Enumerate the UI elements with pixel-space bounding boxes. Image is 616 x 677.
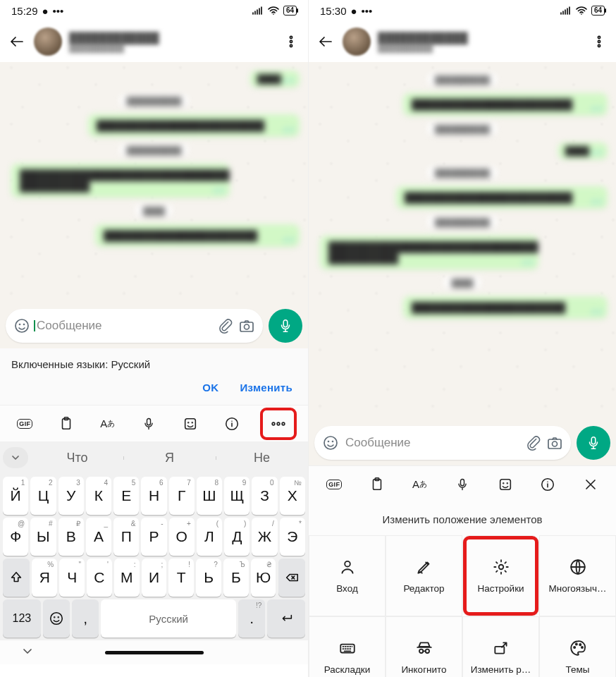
option-editor[interactable]: Редактор bbox=[386, 535, 462, 616]
message-input[interactable]: Сообщение bbox=[6, 309, 263, 343]
message-input[interactable]: Сообщение bbox=[314, 426, 571, 460]
svg-rect-8 bbox=[283, 320, 288, 327]
key-И[interactable]: И; bbox=[142, 559, 167, 597]
suggestion-2[interactable]: Я bbox=[123, 451, 216, 465]
mic-button[interactable] bbox=[577, 426, 610, 460]
avatar[interactable] bbox=[34, 28, 62, 56]
chat-body[interactable]: ████✓✓ ██████████ ██████████████████████… bbox=[0, 62, 308, 303]
key-Л[interactable]: Л( bbox=[197, 518, 222, 556]
key-О[interactable]: О+ bbox=[169, 518, 195, 556]
emoji-icon[interactable] bbox=[11, 315, 32, 336]
key-row-1: Й1Ц2У3К4Е5Н6Г7Ш8Щ9З0Х№ bbox=[1, 475, 307, 516]
home-indicator[interactable] bbox=[105, 651, 204, 654]
close-icon[interactable] bbox=[577, 471, 604, 498]
key-Е[interactable]: Е5 bbox=[113, 477, 139, 515]
back-icon[interactable] bbox=[316, 33, 335, 50]
sticker-icon[interactable] bbox=[492, 471, 519, 498]
enter-key[interactable] bbox=[267, 599, 305, 638]
info-icon[interactable] bbox=[534, 471, 561, 498]
gif-icon[interactable]: GIF bbox=[321, 471, 347, 498]
period-key[interactable]: .!? bbox=[238, 599, 265, 638]
key-Р[interactable]: Р- bbox=[141, 518, 166, 556]
key-Ж[interactable]: Ж/ bbox=[252, 518, 277, 556]
attach-icon[interactable] bbox=[523, 432, 544, 453]
chat-info[interactable]: ████████████ ██████████ bbox=[69, 32, 274, 52]
more-icon[interactable] bbox=[281, 35, 301, 49]
option-input[interactable]: Вход bbox=[309, 535, 386, 616]
key-З[interactable]: З0 bbox=[252, 477, 277, 515]
gif-icon[interactable]: GIF bbox=[11, 410, 38, 437]
emoji-icon[interactable] bbox=[320, 432, 341, 453]
key-Д[interactable]: Д) bbox=[224, 518, 250, 556]
key-Ы[interactable]: Ы# bbox=[30, 518, 56, 556]
key-Т[interactable]: Т! bbox=[168, 559, 194, 597]
option-layouts[interactable]: Раскладки bbox=[309, 616, 386, 677]
emoji-key[interactable] bbox=[43, 599, 70, 638]
key-А[interactable]: А_ bbox=[86, 518, 111, 556]
chat-info[interactable]: ████████████ ██████████ bbox=[378, 32, 582, 52]
shift-key[interactable] bbox=[3, 559, 30, 597]
backspace-key[interactable] bbox=[278, 559, 305, 597]
key-Щ[interactable]: Щ9 bbox=[224, 477, 250, 515]
voice-icon[interactable] bbox=[135, 410, 162, 437]
voice-icon[interactable] bbox=[449, 471, 476, 498]
key-Я[interactable]: Я% bbox=[32, 559, 57, 597]
key-Э[interactable]: Э* bbox=[280, 518, 305, 556]
suggestion-collapse-icon[interactable] bbox=[3, 447, 28, 468]
options-grid: Вход Редактор Настройки Многоязыч… Раскл… bbox=[309, 535, 616, 677]
key-Г[interactable]: Г7 bbox=[169, 477, 195, 515]
clipboard-icon[interactable] bbox=[53, 410, 80, 437]
svg-point-4 bbox=[20, 324, 20, 325]
key-Ю[interactable]: Ю₴ bbox=[251, 559, 276, 597]
option-settings[interactable]: Настройки bbox=[462, 535, 539, 616]
svg-point-13 bbox=[188, 422, 189, 422]
sticker-icon[interactable] bbox=[177, 410, 204, 437]
key-П[interactable]: П& bbox=[113, 518, 139, 556]
nav-bar bbox=[0, 640, 308, 664]
key-Ь[interactable]: Ь? bbox=[196, 559, 221, 597]
suggestion-1[interactable]: Что bbox=[31, 451, 123, 465]
key-М[interactable]: М: bbox=[114, 559, 140, 597]
clipboard-icon[interactable] bbox=[364, 471, 390, 498]
key-Ц[interactable]: Ц2 bbox=[30, 477, 56, 515]
translate-icon[interactable]: Aあ bbox=[94, 410, 121, 437]
more-icon[interactable] bbox=[589, 35, 609, 49]
option-multilang[interactable]: Многоязыч… bbox=[539, 535, 616, 616]
chat-body[interactable]: ██████████ ███████████████████████✓✓ ███… bbox=[309, 62, 616, 420]
translate-icon[interactable]: Aあ bbox=[406, 471, 433, 498]
toolbar-more-button[interactable] bbox=[260, 408, 297, 440]
key-Ф[interactable]: Ф@ bbox=[3, 518, 28, 556]
key-Х[interactable]: Х№ bbox=[280, 477, 305, 515]
ok-button[interactable]: OK bbox=[202, 382, 218, 394]
change-button[interactable]: Изменить bbox=[240, 382, 292, 394]
key-Б[interactable]: БЪ bbox=[223, 559, 249, 597]
svg-point-46 bbox=[575, 644, 577, 645]
avatar[interactable] bbox=[343, 28, 371, 56]
camera-icon[interactable] bbox=[236, 315, 257, 336]
info-icon[interactable] bbox=[218, 410, 245, 437]
option-incognito[interactable]: Инкогнито bbox=[386, 616, 462, 677]
comma-key[interactable]: , bbox=[72, 599, 99, 638]
space-key[interactable]: Русский bbox=[101, 599, 236, 638]
status-bar: 15:29 ● ••• 64 bbox=[0, 0, 308, 21]
keyboard-hide-icon[interactable] bbox=[21, 645, 34, 660]
suggestion-row: Что Я Не bbox=[0, 441, 308, 474]
key-К[interactable]: К4 bbox=[86, 477, 111, 515]
numeric-key[interactable]: 123 bbox=[3, 599, 41, 638]
svg-point-19 bbox=[51, 613, 63, 625]
key-У[interactable]: У3 bbox=[58, 477, 84, 515]
key-В[interactable]: В₽ bbox=[58, 518, 84, 556]
key-Н[interactable]: Н6 bbox=[141, 477, 166, 515]
back-icon[interactable] bbox=[7, 33, 27, 50]
key-Ч[interactable]: Ч" bbox=[59, 559, 85, 597]
option-themes[interactable]: Темы bbox=[539, 616, 616, 677]
key-Ш[interactable]: Ш8 bbox=[197, 477, 222, 515]
option-resize[interactable]: Изменить р… bbox=[462, 616, 539, 677]
screen-left: 15:29 ● ••• 64 ████████████ ██████████ █… bbox=[0, 0, 308, 677]
key-С[interactable]: С' bbox=[87, 559, 112, 597]
key-Й[interactable]: Й1 bbox=[3, 477, 28, 515]
suggestion-3[interactable]: Не bbox=[216, 451, 308, 465]
mic-button[interactable] bbox=[269, 309, 302, 343]
camera-icon[interactable] bbox=[544, 432, 565, 453]
attach-icon[interactable] bbox=[215, 315, 236, 336]
